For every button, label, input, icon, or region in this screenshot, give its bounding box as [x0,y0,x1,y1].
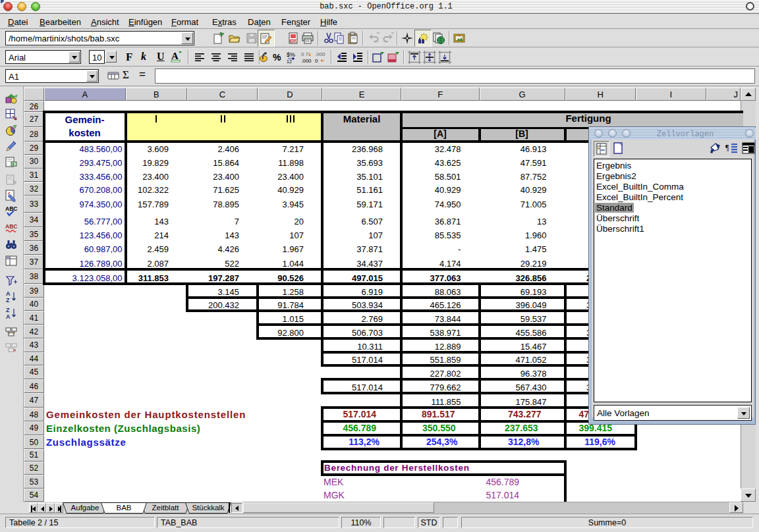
svg-text:PDF: PDF [291,40,297,43]
svg-text:ABC: ABC [5,205,17,212]
svg-text:0 7: 0 7 [301,51,309,57]
svg-text:.000: .000 [315,51,325,57]
svg-text:%: % [273,52,281,63]
svg-text:Z: Z [6,307,10,313]
svg-text:ABC: ABC [5,223,17,230]
svg-text:¶: ¶ [725,143,729,152]
svg-text:A: A [6,290,11,297]
svg-text:A: A [171,51,179,61]
svg-text:0: 0 [315,58,318,64]
svg-text:Z: Z [6,297,10,303]
svg-text:A: A [6,313,11,319]
svg-text:$%: $% [287,51,295,58]
svg-text:.000: .000 [301,58,312,64]
svg-text:12: 12 [287,59,292,64]
